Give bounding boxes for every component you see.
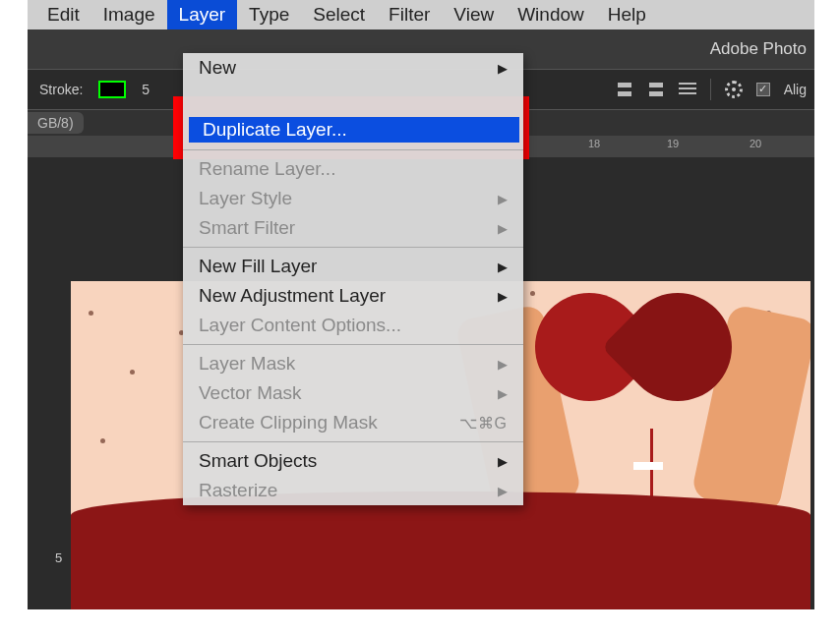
ruler-mark: 20 (750, 138, 761, 149)
menu-item-new-adjustment-layer[interactable]: New Adjustment Layer ▶ (183, 281, 523, 311)
menu-separator (183, 441, 523, 442)
menu-separator (183, 149, 523, 150)
menu-item-label: Vector Mask (199, 382, 302, 404)
menu-help[interactable]: Help (596, 0, 658, 29)
submenu-arrow-icon: ▶ (498, 484, 508, 498)
menu-item-new[interactable]: New ▶ (183, 53, 523, 83)
menu-item-smart-filter: Smart Filter ▶ (183, 213, 523, 243)
menu-filter[interactable]: Filter (377, 0, 442, 29)
submenu-arrow-icon: ▶ (498, 221, 508, 236)
menu-separator (183, 344, 523, 345)
menu-item-label: Smart Objects (199, 450, 317, 472)
ruler-mark: 18 (588, 138, 600, 149)
menu-item-duplicate-layer[interactable]: Duplicate Layer... (189, 117, 519, 143)
stroke-width-value[interactable]: 5 (142, 82, 150, 97)
document-tab[interactable]: GB/8) (28, 112, 84, 134)
menu-view[interactable]: View (442, 0, 506, 29)
app-title: Adobe Photo (710, 39, 807, 59)
align-checkbox[interactable] (756, 83, 770, 96)
menu-item-label: Rasterize (199, 480, 277, 501)
menu-item-vector-mask: Vector Mask ▶ (183, 378, 523, 408)
menu-item-label: New Fill Layer (199, 256, 317, 277)
separator (710, 79, 711, 100)
menu-window[interactable]: Window (506, 0, 596, 29)
menu-item-label: Layer Content Options... (199, 315, 401, 336)
submenu-arrow-icon: ▶ (498, 260, 508, 274)
align-checkbox-label: Alig (784, 82, 807, 97)
menu-select[interactable]: Select (301, 0, 377, 29)
vertical-ruler-mark: 5 (55, 550, 62, 565)
menu-item-layer-mask: Layer Mask ▶ (183, 349, 523, 378)
menu-item-create-clipping-mask: Create Clipping Mask ⌥⌘G (183, 408, 523, 437)
menu-image[interactable]: Image (91, 0, 167, 29)
menubar: Edit Image Layer Type Select Filter View… (28, 0, 814, 29)
menu-item-smart-objects[interactable]: Smart Objects ▶ (183, 446, 523, 476)
submenu-arrow-icon: ▶ (498, 61, 508, 76)
menu-item-rasterize: Rasterize ▶ (183, 476, 523, 505)
menu-item-label: New Adjustment Layer (199, 285, 386, 307)
menu-item-label: Create Clipping Mask (199, 412, 378, 434)
submenu-arrow-icon: ▶ (498, 454, 508, 469)
canvas-bandage (633, 462, 663, 470)
menu-type[interactable]: Type (237, 0, 301, 29)
ruler-mark: 19 (667, 138, 679, 149)
submenu-arrow-icon: ▶ (498, 357, 508, 372)
distribute-icon[interactable] (647, 83, 665, 96)
menu-item-label: Rename Layer... (199, 158, 335, 180)
gear-icon[interactable] (725, 81, 743, 98)
submenu-arrow-icon: ▶ (498, 289, 508, 304)
menu-item-label: Smart Filter (199, 217, 295, 239)
menu-item-rename-layer: Rename Layer... (183, 154, 523, 184)
menu-item-label: New (199, 57, 236, 79)
menu-item-new-fill-layer[interactable]: New Fill Layer ▶ (183, 252, 523, 281)
submenu-arrow-icon: ▶ (498, 386, 508, 401)
align-edges-icon[interactable] (616, 83, 633, 96)
menu-item-layer-content-options: Layer Content Options... (183, 311, 523, 340)
menu-shortcut: ⌥⌘G (459, 414, 508, 433)
menu-item-label: Layer Mask (199, 353, 295, 375)
menu-item-label: Duplicate Layer... (203, 119, 347, 141)
submenu-arrow-icon: ▶ (498, 192, 508, 206)
canvas-ground (71, 491, 810, 609)
stroke-label: Stroke: (39, 82, 83, 97)
menu-item-label: Layer Style (199, 188, 292, 209)
menu-separator (183, 247, 523, 248)
layer-stack-icon[interactable] (679, 83, 696, 96)
stroke-color-swatch[interactable] (98, 81, 126, 98)
menu-item-layer-style: Layer Style ▶ (183, 184, 523, 213)
menu-layer[interactable]: Layer (167, 0, 238, 29)
menu-edit[interactable]: Edit (35, 0, 91, 29)
